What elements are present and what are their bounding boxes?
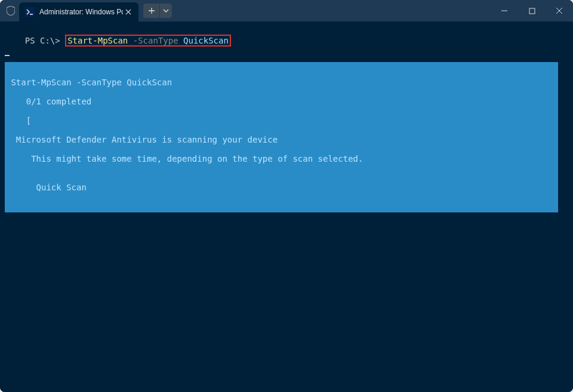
progress-block: Start-MpScan -ScanType QuickScan 0/1 com…	[5, 62, 558, 212]
window-controls	[491, 0, 573, 21]
plus-icon	[148, 7, 155, 14]
maximize-icon	[529, 8, 535, 14]
close-icon	[125, 9, 131, 15]
cmd-base: Start-MpScan	[67, 36, 128, 45]
prompt-line: PS C:\> Start-MpScan -ScanType QuickScan	[25, 36, 231, 45]
tab-active[interactable]: Administrator: Windows Powe	[19, 2, 138, 21]
cmd-value: QuickScan	[183, 36, 229, 45]
close-tab-button[interactable]	[123, 7, 134, 17]
chevron-down-icon	[163, 9, 169, 13]
close-icon	[556, 7, 563, 14]
cursor	[5, 55, 10, 56]
progress-scan-type: Quick Scan	[6, 183, 557, 192]
titlebar: Administrator: Windows Powe	[0, 0, 573, 21]
cmd-param: -ScanType	[128, 36, 183, 45]
command-highlight: Start-MpScan -ScanType QuickScan	[65, 35, 231, 47]
progress-status-1: Microsoft Defender Antivirus is scanning…	[6, 135, 557, 144]
shield-icon	[5, 5, 17, 17]
prompt-prefix: PS C:\>	[25, 36, 65, 45]
terminal-window: Administrator: Windows Powe	[0, 0, 573, 392]
minimize-icon	[501, 7, 508, 14]
progress-count: 0/1 completed	[6, 97, 557, 106]
tab-title: Administrator: Windows Powe	[39, 8, 123, 16]
svg-rect-0	[529, 8, 535, 14]
maximize-button[interactable]	[518, 0, 546, 21]
close-window-button[interactable]	[546, 0, 573, 21]
tab-dropdown-button[interactable]	[160, 4, 172, 18]
powershell-icon	[25, 7, 35, 17]
progress-status-2: This might take some time, depending on …	[6, 154, 557, 163]
minimize-button[interactable]	[491, 0, 518, 21]
new-tab-group	[143, 4, 172, 18]
new-tab-button[interactable]	[143, 4, 160, 18]
progress-command-echo: Start-MpScan -ScanType QuickScan	[6, 78, 557, 87]
progress-bar-line: [ ]	[6, 116, 557, 125]
terminal-body[interactable]: PS C:\> Start-MpScan -ScanType QuickScan…	[0, 21, 573, 392]
